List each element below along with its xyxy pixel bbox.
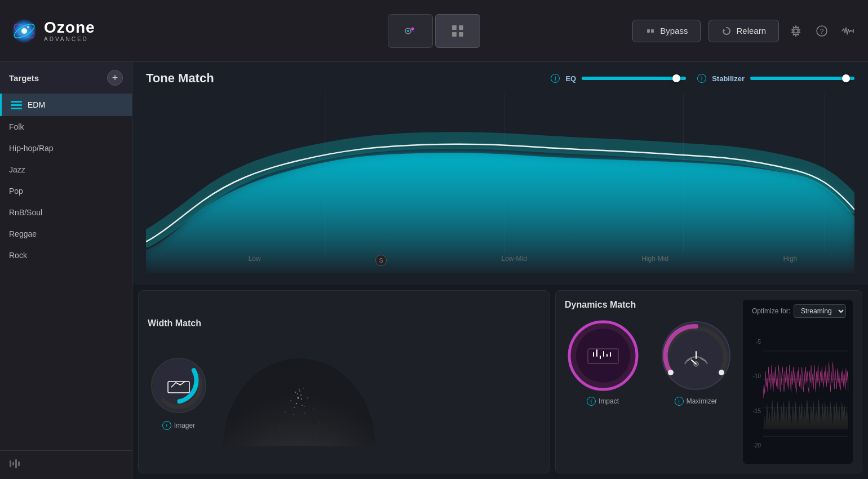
svg-point-6 (407, 30, 409, 32)
svg-rect-9 (452, 25, 457, 30)
header: Ozone ADVANCED (0, 0, 868, 62)
sidebar-waveform-btn[interactable] (0, 450, 132, 479)
eq-slider[interactable] (582, 74, 686, 82)
question-icon: ? (816, 25, 828, 37)
svg-point-55 (316, 435, 317, 436)
brand-sub: ADVANCED (44, 36, 95, 42)
streaming-chart-area: -5 -10 -15 -20 (743, 322, 853, 464)
svg-point-43 (318, 423, 319, 423)
sidebar-item-folk[interactable]: Folk (0, 116, 132, 138)
dynamics-left: Dynamics Match (565, 300, 734, 464)
stabilizer-control-group: i Stabilizer (697, 74, 854, 83)
maximizer-text: Maximizer (687, 397, 718, 405)
db-label-15: -15 (747, 408, 763, 414)
main-content: Targets + EDM Folk Hip-hop/Rap Jazz Pop … (0, 62, 868, 479)
svg-rect-21 (11, 104, 22, 106)
svg-point-47 (300, 394, 302, 396)
settings-icon[interactable] (787, 22, 805, 40)
header-nav (388, 14, 480, 48)
svg-point-49 (302, 405, 303, 406)
svg-point-58 (301, 398, 302, 399)
svg-point-71 (668, 370, 674, 375)
svg-rect-11 (452, 32, 457, 37)
eq-control-group: i EQ (551, 74, 686, 83)
svg-rect-25 (15, 459, 17, 468)
maximizer-dial-svg (659, 319, 733, 392)
svg-point-46 (298, 397, 299, 398)
svg-point-53 (310, 425, 311, 426)
sidebar-item-rnb[interactable]: RnB/Soul (0, 202, 132, 223)
impact-dial[interactable] (566, 319, 640, 392)
width-match-panel: Width Match (138, 290, 550, 473)
maximizer-dial-item: i Maximizer (659, 319, 733, 406)
relearn-button[interactable]: Relearn (708, 20, 779, 42)
imager-info-icon[interactable]: i (162, 421, 171, 430)
svg-point-45 (324, 434, 325, 434)
nav-grid-btn[interactable] (435, 14, 480, 48)
bypass-button[interactable]: Bypass (632, 20, 701, 42)
svg-rect-23 (10, 460, 11, 467)
db-label-5: -5 (747, 339, 763, 345)
impact-dial-svg (566, 319, 640, 392)
frequency-curve-svg (146, 92, 854, 273)
svg-point-56 (299, 391, 300, 392)
sidebar-item-jazz[interactable]: Jazz (0, 159, 132, 180)
svg-text:?: ? (820, 28, 824, 36)
sidebar-title: Targets (9, 73, 39, 83)
svg-point-41 (313, 409, 314, 410)
edm-label: EDM (28, 100, 45, 109)
grid-icon (448, 21, 468, 41)
sidebar-item-pop[interactable]: Pop (0, 180, 132, 202)
svg-point-39 (307, 397, 308, 398)
svg-point-51 (304, 413, 305, 414)
svg-point-42 (279, 425, 280, 426)
width-dial-item: i Imager (148, 354, 210, 430)
svg-point-44 (273, 437, 274, 437)
svg-point-52 (287, 427, 288, 428)
svg-point-50 (293, 414, 294, 415)
optimize-label: Optimize for: (752, 307, 790, 315)
stabilizer-slider[interactable] (750, 74, 854, 82)
svg-point-38 (290, 400, 291, 401)
impact-info-icon[interactable]: i (587, 397, 596, 406)
streaming-header: Optimize for: Streaming (743, 300, 853, 322)
ozone-logo-icon (11, 18, 37, 44)
svg-point-57 (297, 393, 298, 394)
dynamics-match-panel: Dynamics Match (555, 290, 862, 473)
sidebar-item-reggae[interactable]: Reggae (0, 223, 132, 245)
maximizer-info-icon[interactable]: i (675, 397, 684, 406)
sidebar-item-hiphop[interactable]: Hip-hop/Rap (0, 138, 132, 159)
svg-point-48 (296, 402, 297, 403)
impact-text: Impact (599, 397, 619, 405)
svg-rect-22 (11, 108, 22, 109)
imager-text: Imager (174, 422, 195, 429)
content-area: Tone Match i EQ i Stabilizer (132, 62, 868, 479)
svg-rect-13 (647, 29, 650, 33)
dynamics-match-title: Dynamics Match (565, 300, 734, 310)
add-target-button[interactable]: + (107, 70, 123, 86)
svg-point-16 (794, 29, 798, 33)
maximizer-dial[interactable] (659, 319, 733, 392)
streaming-select[interactable]: Streaming (794, 304, 846, 318)
svg-point-35 (299, 389, 300, 390)
width-match-title: Width Match (148, 318, 201, 329)
brand-name: Ozone (44, 19, 95, 37)
spectrum-icon (400, 21, 420, 41)
sidebar-list-view-btn[interactable]: EDM (0, 94, 132, 116)
logo-text: Ozone ADVANCED (44, 19, 95, 43)
bottom-panels: Width Match (132, 285, 868, 479)
db-labels: -5 -10 -15 -20 (747, 322, 763, 464)
sidebar-item-rock[interactable]: Rock (0, 245, 132, 266)
svg-marker-15 (723, 29, 725, 31)
svg-point-36 (295, 391, 296, 392)
eq-info-icon[interactable]: i (551, 74, 560, 83)
help-icon[interactable]: ? (813, 22, 831, 40)
stabilizer-info-icon[interactable]: i (697, 74, 706, 83)
nav-spectrum-btn[interactable] (388, 14, 433, 48)
svg-point-60 (304, 406, 304, 406)
width-dial[interactable] (148, 354, 210, 416)
tone-match-title: Tone Match (146, 71, 214, 86)
audio-icon[interactable] (839, 22, 857, 40)
maximizer-label-row: i Maximizer (675, 397, 718, 406)
svg-rect-26 (18, 462, 20, 466)
